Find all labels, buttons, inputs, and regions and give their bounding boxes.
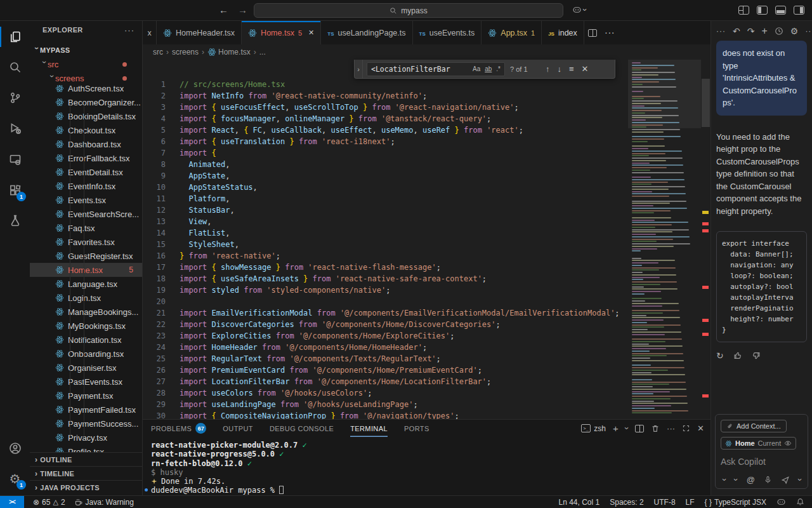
code-line-14[interactable]: 14 FlatList,: [143, 227, 628, 239]
activity-remote-explorer-icon[interactable]: [0, 147, 30, 172]
code-line-24[interactable]: 24import HomeHeader from '@/components/H…: [143, 342, 628, 353]
terminal-dropdown-icon[interactable]: ›: [622, 427, 631, 429]
chat-input-placeholder[interactable]: Ask Copilot: [721, 457, 802, 467]
code-line-26[interactable]: 26import PremiumEventCard from '@/compon…: [143, 364, 628, 376]
send-dropdown-icon[interactable]: ›: [796, 478, 805, 481]
tree-file-GuestRegister-tsx[interactable]: GuestRegister.tsx: [30, 249, 142, 263]
code-line-22[interactable]: 22import DiscoverCategories from '@/comp…: [143, 319, 628, 330]
tree-file-MyBookings-tsx[interactable]: MyBookings.tsx: [30, 319, 142, 333]
tab-useEvents-ts[interactable]: TSuseEvents.ts: [413, 21, 482, 44]
undo-icon[interactable]: ↶: [733, 26, 740, 36]
tab-Home-tsx[interactable]: Home.tsx5✕: [242, 21, 321, 44]
activity-source-control-icon[interactable]: [0, 85, 30, 110]
regex-icon[interactable]: .*: [496, 65, 501, 72]
code-editor[interactable]: 1// src/screens/Home.tsx2import NetInfo …: [143, 60, 710, 419]
code-line-29[interactable]: 29import useLandingPage from '@/hooks/us…: [143, 399, 628, 410]
send-icon[interactable]: [781, 476, 790, 485]
tree-file-PaymentSuccess---[interactable]: PaymentSuccess...: [30, 417, 142, 431]
code-line-27[interactable]: 27import LocationFilterBar from '@/compo…: [143, 376, 628, 387]
add-context-button[interactable]: Add Context...: [721, 420, 787, 432]
code-line-10[interactable]: 10 AppStateStatus,: [143, 182, 628, 193]
editor-more-icon[interactable]: ···: [605, 27, 615, 39]
terminal-shell-label[interactable]: >_zsh: [581, 424, 606, 433]
tab-partial[interactable]: x: [143, 21, 157, 44]
tree-file-Checkout-tsx[interactable]: Checkout.tsx: [30, 123, 142, 137]
close-panel-icon[interactable]: ✕: [697, 424, 704, 433]
code-line-18[interactable]: 18import { useSafeAreaInsets } from 'rea…: [143, 273, 628, 284]
copilot-status-icon[interactable]: [776, 497, 786, 507]
language-mode[interactable]: { }TypeScript JSX: [705, 498, 766, 507]
code-line-19[interactable]: 19import styled from 'styled-components/…: [143, 284, 628, 296]
panel-tab-output[interactable]: OUTPUT: [223, 420, 253, 437]
activity-run-debug-icon[interactable]: [0, 116, 30, 141]
context-chip-home[interactable]: Home Current: [721, 437, 796, 450]
eye-icon[interactable]: [784, 439, 792, 447]
cursor-position[interactable]: Ln 44, Col 1: [559, 498, 600, 507]
mode-picker-icon[interactable]: ›: [720, 478, 730, 481]
breadcrumb-item[interactable]: screens: [172, 48, 199, 57]
java-status[interactable]: Java: Warning: [74, 498, 134, 507]
code-line-23[interactable]: 23import ExploreCities from '@/component…: [143, 330, 628, 342]
tree-file-Favorites-tsx[interactable]: Favorites.tsx: [30, 235, 142, 249]
code-area[interactable]: 1// src/screens/Home.tsx2import NetInfo …: [143, 60, 628, 419]
code-line-28[interactable]: 28import useColors from '@/hooks/useColo…: [143, 387, 628, 399]
scrollbar-slider[interactable]: [702, 79, 710, 127]
tree-file-BookingDetails-tsx[interactable]: BookingDetails.tsx: [30, 109, 142, 123]
tree-file-PaymentFailed-tsx[interactable]: PaymentFailed.tsx: [30, 403, 142, 417]
kill-terminal-icon[interactable]: [651, 424, 660, 433]
tree-file-EventDetail-tsx[interactable]: EventDetail.tsx: [30, 165, 142, 179]
code-line-21[interactable]: 21import EmailVerificationModal from '@/…: [143, 307, 628, 319]
chat-history-icon[interactable]: [775, 27, 783, 36]
section-java-projects[interactable]: ›JAVA PROJECTS: [30, 480, 142, 494]
activity-extensions-icon[interactable]: 1: [0, 178, 30, 203]
close-tab-icon[interactable]: ✕: [308, 29, 314, 37]
eol-sequence[interactable]: LF: [686, 498, 695, 507]
tree-file-ManageBookings---[interactable]: ManageBookings...: [30, 305, 142, 319]
find-close-icon[interactable]: ✕: [582, 64, 589, 74]
code-line-3[interactable]: 3import { useFocusEffect, useScrollToTop…: [143, 102, 628, 113]
code-line-16[interactable]: 16} from 'react-native';: [143, 250, 628, 262]
tree-file-EventSearchScre---[interactable]: EventSearchScre...: [30, 207, 142, 221]
code-line-6[interactable]: 6import { useTranslation } from 'react-i…: [143, 136, 628, 147]
whole-word-icon[interactable]: ab: [485, 65, 492, 72]
thumbs-up-icon[interactable]: [733, 351, 742, 360]
tree-folder-src[interactable]: ›src: [30, 57, 142, 71]
encoding[interactable]: UTF-8: [654, 498, 676, 507]
terminal-prompt[interactable]: dudedev@MacBookAir mypass %: [151, 486, 307, 495]
code-line-25[interactable]: 25import RegularText from '@/components/…: [143, 353, 628, 364]
notifications-bell-icon[interactable]: [796, 498, 804, 506]
section-timeline[interactable]: ›TIMELINE: [30, 466, 142, 480]
explorer-more-icon[interactable]: ···: [124, 25, 134, 35]
find-in-selection-icon[interactable]: ≡: [569, 64, 574, 74]
panel-tab-problems[interactable]: PROBLEMS67: [151, 420, 206, 437]
activity-account-icon[interactable]: [0, 436, 30, 461]
toggle-sidebar-icon[interactable]: [757, 6, 768, 15]
activity-testing-icon[interactable]: [0, 208, 30, 233]
find-next-icon[interactable]: ↓: [558, 64, 562, 74]
split-terminal-icon[interactable]: [635, 425, 644, 432]
tab-App-tsx[interactable]: App.tsx1: [481, 21, 542, 44]
chat-settings-icon[interactable]: ⚙: [790, 26, 799, 36]
code-line-5[interactable]: 5import React, { FC, useCallback, useEff…: [143, 124, 628, 136]
tree-file-Onboarding-tsx[interactable]: Onboarding.tsx: [30, 347, 142, 361]
tree-file-PastEvents-tsx[interactable]: PastEvents.tsx: [30, 375, 142, 389]
section-outline[interactable]: ›OUTLINE: [30, 452, 142, 466]
find-input[interactable]: <LocationFilterBar Aa ab .*: [367, 62, 505, 76]
find-expand-icon[interactable]: ›: [355, 60, 363, 78]
code-line-1[interactable]: 1// src/screens/Home.tsx: [143, 79, 628, 90]
tree-file-Login-tsx[interactable]: Login.tsx: [30, 291, 142, 305]
tree-file-BecomeOrganizer---[interactable]: BecomeOrganizer...: [30, 95, 142, 109]
tree-file-Faq-tsx[interactable]: Faq.tsx: [30, 221, 142, 235]
command-center-search[interactable]: mypass: [254, 3, 563, 18]
tree-root[interactable]: ›MYPASS: [30, 43, 142, 57]
terminal-output[interactable]: react-native-picker-module@2.0.7 ✓react-…: [151, 441, 307, 495]
problems-status[interactable]: ⊗ 65 △ 2: [33, 498, 65, 507]
tree-file-Payment-tsx[interactable]: Payment.tsx: [30, 389, 142, 403]
toggle-secondary-sidebar-icon[interactable]: [794, 6, 804, 15]
copilot-menu-button[interactable]: ›: [572, 5, 586, 15]
code-line-4[interactable]: 4import { focusManager, onlineManager } …: [143, 113, 628, 124]
maximize-panel-icon[interactable]: [682, 424, 690, 432]
tree-folder-screens[interactable]: ›screens: [30, 71, 142, 85]
chat-input-box[interactable]: Add Context... Home Current Ask Copilot …: [715, 414, 808, 489]
model-picker-icon[interactable]: ›: [731, 478, 741, 481]
